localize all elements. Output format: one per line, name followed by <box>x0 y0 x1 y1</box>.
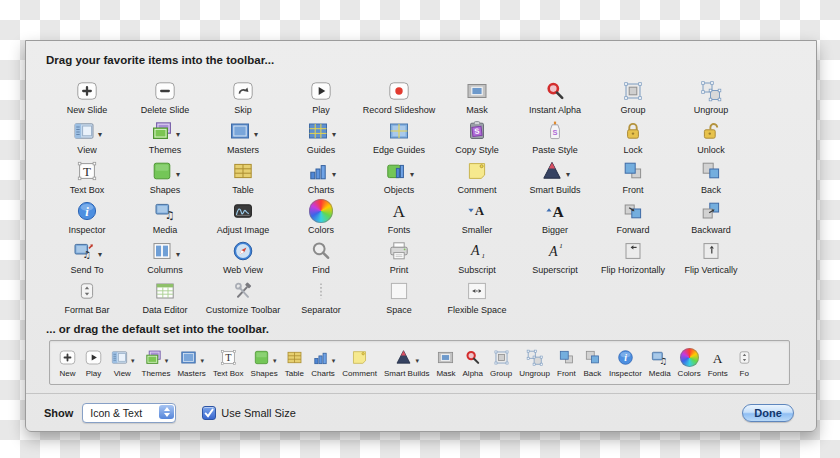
palette-item-view[interactable]: ▾View <box>48 117 126 157</box>
palette-item-lock[interactable]: Lock <box>594 117 672 157</box>
palette-item-colors[interactable]: Colors <box>282 197 360 237</box>
palette-item-inspector[interactable]: iInspector <box>48 197 126 237</box>
default-set-item-ungroup[interactable]: Ungroup <box>519 347 550 378</box>
item-label: Text Box <box>70 185 105 195</box>
palette-item-group[interactable]: Group <box>594 77 672 117</box>
palette-item-format-bar[interactable]: Format Bar <box>48 277 126 317</box>
done-button[interactable]: Done <box>742 404 794 422</box>
shapes-icon <box>150 159 174 183</box>
palette-item-new-slide[interactable]: New Slide <box>48 77 126 117</box>
default-set-item-mask[interactable]: Mask <box>436 347 455 378</box>
palette-item-smart-builds[interactable]: ▾Smart Builds <box>516 157 594 197</box>
palette-item-charts[interactable]: ▾Charts <box>282 157 360 197</box>
default-set-item-group[interactable]: Group <box>490 347 512 378</box>
find-icon <box>309 239 333 263</box>
palette-item-skip[interactable]: Skip <box>204 77 282 117</box>
view-icon <box>110 348 129 367</box>
palette-item-unlock[interactable]: Unlock <box>672 117 750 157</box>
show-mode-select[interactable]: Icon & Text <box>82 403 176 423</box>
palette-item-web-view[interactable]: Web View <box>204 237 282 277</box>
default-set-item-view[interactable]: ▾View <box>110 347 135 378</box>
fonts-icon: A <box>387 199 411 223</box>
default-set-item-play[interactable]: Play <box>84 347 103 378</box>
default-set-item-fo[interactable]: Fo <box>735 347 754 378</box>
palette-item-flexible-space[interactable]: Flexible Space <box>438 277 516 317</box>
palette-item-instant-alpha[interactable]: Instant Alpha <box>516 77 594 117</box>
palette-item-find[interactable]: Find <box>282 237 360 277</box>
palette-item-media[interactable]: ♫Media <box>126 197 204 237</box>
default-set-item-colors[interactable]: Colors <box>678 347 701 378</box>
default-set-item-fonts[interactable]: AFonts <box>708 347 728 378</box>
palette-item-print[interactable]: Print <box>360 237 438 277</box>
palette-item-table[interactable]: Table <box>204 157 282 197</box>
palette-item-paste-style[interactable]: SPaste Style <box>516 117 594 157</box>
palette-item-text-box[interactable]: TText Box <box>48 157 126 197</box>
dropdown-arrow-icon: ▾ <box>415 357 419 365</box>
default-set-item-front[interactable]: Front <box>557 347 576 378</box>
palette-item-send-to[interactable]: ♫▾Send To <box>48 237 126 277</box>
palette-item-customize-toolbar[interactable]: Customize Toolbar <box>204 277 282 317</box>
default-set-item-media[interactable]: ♫Media <box>649 347 671 378</box>
palette-item-flip-vertically[interactable]: Flip Vertically <box>672 237 750 277</box>
palette-item-objects[interactable]: ▾Objects <box>360 157 438 197</box>
palette-item-shapes[interactable]: ▾Shapes <box>126 157 204 197</box>
default-set-item-text-box[interactable]: TText Box <box>213 347 244 378</box>
default-set-item-comment[interactable]: Comment <box>342 347 377 378</box>
palette-item-ungroup[interactable]: Ungroup <box>672 77 750 117</box>
palette-item-space[interactable]: Space <box>360 277 438 317</box>
palette-item-data-editor[interactable]: Data Editor <box>126 277 204 317</box>
palette-item-columns[interactable]: ▾Columns <box>126 237 204 277</box>
item-label: Columns <box>147 265 183 275</box>
default-set-instruction-text: ... or drag the default set into the too… <box>46 323 269 335</box>
palette-item-bigger[interactable]: ABigger <box>516 197 594 237</box>
item-icon-row <box>153 78 177 104</box>
palette-item-record-slideshow[interactable]: Record Slideshow <box>360 77 438 117</box>
default-set-item-shapes[interactable]: ▾Shapes <box>251 347 278 378</box>
comment-icon <box>465 159 489 183</box>
guides-icon <box>306 119 330 143</box>
separator-icon <box>309 279 333 303</box>
item-label: Comment <box>342 369 377 378</box>
item-label: Group <box>490 369 512 378</box>
palette-item-subscript[interactable]: A1Subscript <box>438 237 516 277</box>
default-set-item-back[interactable]: Back <box>583 347 602 378</box>
item-icon-row <box>309 238 333 264</box>
dropdown-arrow-icon: ▾ <box>131 357 135 365</box>
item-icon-row <box>309 278 333 304</box>
palette-item-delete-slide[interactable]: Delete Slide <box>126 77 204 117</box>
palette-item-adjust-image[interactable]: Adjust Image <box>204 197 282 237</box>
palette-item-copy-style[interactable]: SCopy Style <box>438 117 516 157</box>
palette-item-edge-guides[interactable]: Edge Guides <box>360 117 438 157</box>
default-set-item-charts[interactable]: ▾Charts <box>311 347 336 378</box>
palette-item-masters[interactable]: ▾Masters <box>204 117 282 157</box>
default-set-item-smart-builds[interactable]: ▾Smart Builds <box>384 347 429 378</box>
default-set-item-table[interactable]: Table <box>285 347 304 378</box>
forward-icon <box>621 199 645 223</box>
default-set-item-inspector[interactable]: iInspector <box>609 347 642 378</box>
palette-item-back[interactable]: Back <box>672 157 750 197</box>
palette-grid: New SlideDelete SlideSkipPlayRecord Slid… <box>48 77 750 317</box>
palette-item-play[interactable]: Play <box>282 77 360 117</box>
default-set-item-masters[interactable]: ▾Masters <box>177 347 205 378</box>
unlock-icon <box>699 119 723 143</box>
palette-item-forward[interactable]: Forward <box>594 197 672 237</box>
palette-item-mask[interactable]: Mask <box>438 77 516 117</box>
default-set-item-themes[interactable]: ▾Themes <box>142 347 171 378</box>
themes-icon <box>144 348 163 367</box>
palette-item-themes[interactable]: ▾Themes <box>126 117 204 157</box>
palette-item-separator[interactable]: Separator <box>282 277 360 317</box>
palette-item-smaller[interactable]: ASmaller <box>438 197 516 237</box>
use-small-size-checkbox[interactable] <box>202 406 216 420</box>
palette-item-flip-horizontally[interactable]: Flip Horizontally <box>594 237 672 277</box>
item-icon-row: A <box>708 347 727 368</box>
palette-item-superscript[interactable]: A1Superscript <box>516 237 594 277</box>
palette-item-comment[interactable]: Comment <box>438 157 516 197</box>
palette-item-fonts[interactable]: AFonts <box>360 197 438 237</box>
default-set-item-new[interactable]: New <box>58 347 77 378</box>
default-set-item-alpha[interactable]: Alpha <box>463 347 483 378</box>
item-icon-row <box>285 347 304 368</box>
dropdown-arrow-icon: ▾ <box>200 357 204 365</box>
palette-item-guides[interactable]: ▾Guides <box>282 117 360 157</box>
palette-item-backward[interactable]: Backward <box>672 197 750 237</box>
palette-item-front[interactable]: Front <box>594 157 672 197</box>
